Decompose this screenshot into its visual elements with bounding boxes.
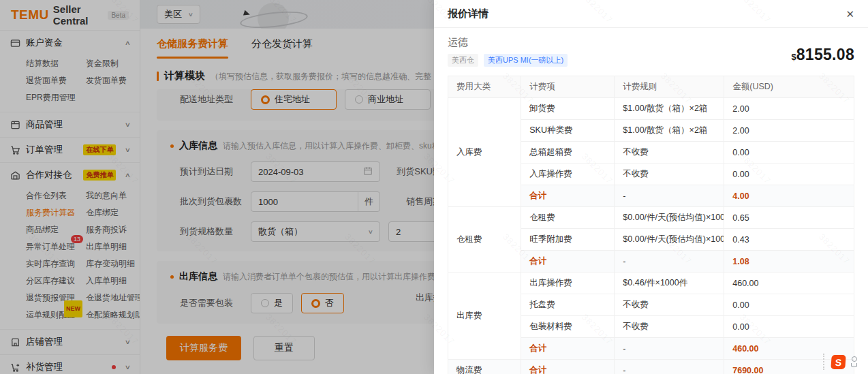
fee-group-storage-rent: 仓租费 <box>448 207 521 272</box>
quote-detail-drawer: 报价详情 ✕ 运德 美西仓 美西UPS MI(一磅以上) $ 8155.08 <box>434 0 868 374</box>
close-icon[interactable]: ✕ <box>846 9 854 19</box>
col-amount-usd: 金额(USD) <box>724 76 854 98</box>
table-header-row: 费用大类 计费项 计费规则 金额(USD) <box>448 76 854 98</box>
assistant-logo-icon[interactable]: S <box>831 355 846 369</box>
fee-group-inbound: 入库费 <box>448 98 521 207</box>
total-amount: 8155.08 <box>796 46 854 64</box>
floating-widget: S <box>823 354 857 370</box>
col-fee-category: 费用大类 <box>448 76 521 98</box>
col-billing-rule: 计费规则 <box>615 76 724 98</box>
table-total-row: 物流费 合计 - 7690.00 <box>448 360 854 374</box>
currency-symbol: $ <box>792 52 796 62</box>
total-price: $ 8155.08 <box>792 46 854 64</box>
warehouse-tag: 美西仓 <box>448 54 478 67</box>
drawer-header: 报价详情 ✕ <box>434 0 868 28</box>
fee-group-logistics: 物流费 <box>448 360 521 374</box>
provider-summary: 运德 美西仓 美西UPS MI(一磅以上) $ 8155.08 <box>448 36 854 67</box>
quote-table: 费用大类 计费项 计费规则 金额(USD) 入库费 卸货费 $1.00/散货（箱… <box>448 76 854 374</box>
provider-name: 运德 <box>448 36 568 49</box>
channel-tag: 美西UPS MI(一磅以上) <box>484 54 568 67</box>
table-row: 出库费 出库操作费 $0.46/件×1000件 460.00 <box>448 272 854 294</box>
drawer-title: 报价详情 <box>448 7 489 20</box>
drawer-body: 运德 美西仓 美西UPS MI(一磅以上) $ 8155.08 费用大类 计费 <box>434 28 868 374</box>
table-row: 入库费 卸货费 $1.00/散货（箱）×2箱 2.00 <box>448 98 854 120</box>
table-row: 仓租费 仓租费 $0.00/件/天(预估均值)×1000件×40天 0.65 <box>448 207 854 229</box>
col-billing-item: 计费项 <box>521 76 615 98</box>
fee-group-outbound: 出库费 <box>448 272 521 360</box>
minimized-widget-icon[interactable] <box>851 356 857 367</box>
app-root: TEMU Seller Central Beta 账户资金 ∧ 结算数据 资金限… <box>0 0 868 374</box>
drag-handle-icon[interactable] <box>823 354 824 370</box>
